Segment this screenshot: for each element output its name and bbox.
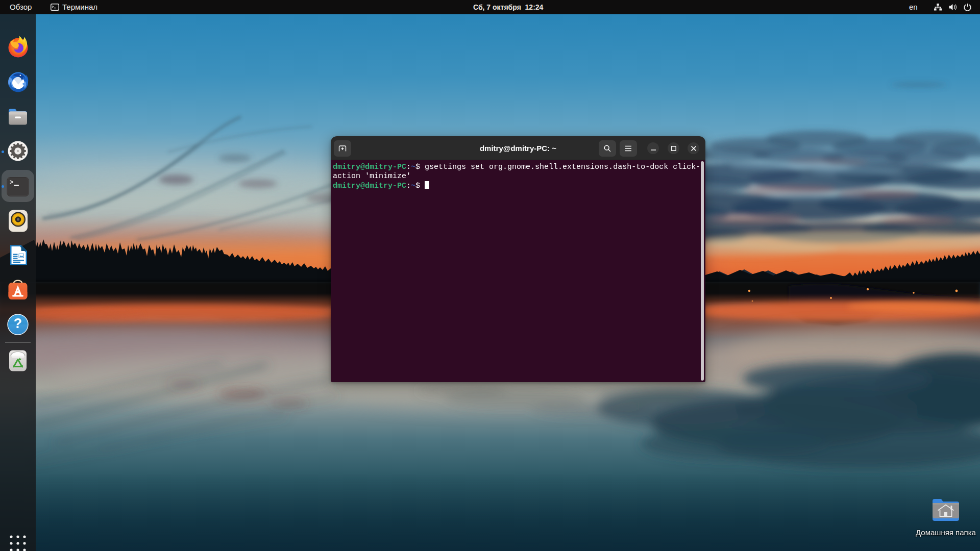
svg-text:>: > — [10, 179, 13, 186]
svg-text:?: ? — [14, 316, 22, 331]
